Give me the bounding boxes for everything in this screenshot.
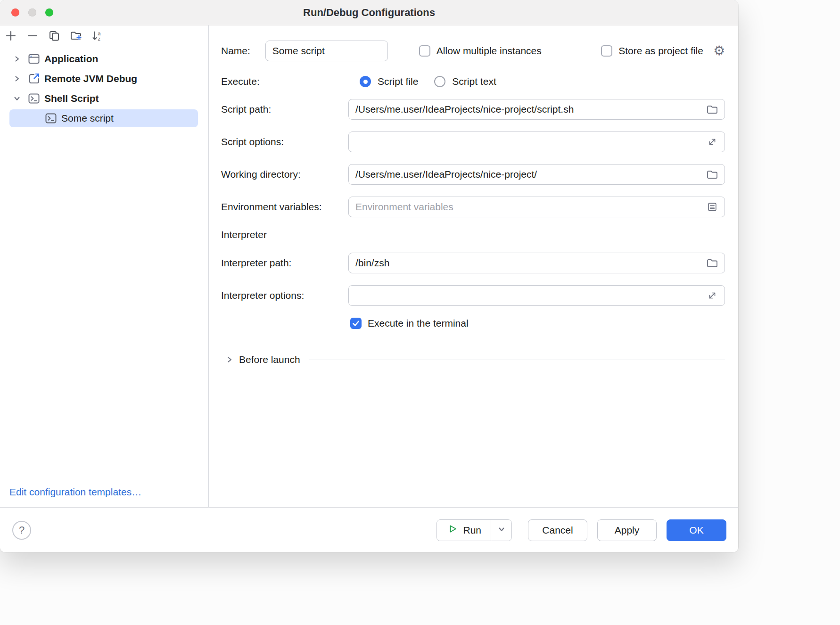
script-file-label: Script file [378,76,418,87]
tree-item-application[interactable]: Application [0,49,208,69]
script-path-input-wrap [348,99,725,120]
script-path-row: Script path: [221,99,725,120]
script-options-input[interactable] [348,132,725,152]
chevron-down-icon[interactable] [11,95,23,102]
sort-configurations-button[interactable]: az [90,28,106,44]
environment-variables-row: Environment variables: [221,197,725,217]
new-folder-button[interactable] [68,28,84,44]
dialog-footer: ? Run Cancel Apply OK [0,507,738,552]
cancel-button[interactable]: Cancel [528,519,587,541]
radio-selected-icon [360,76,371,87]
window-title: Run/Debug Configurations [303,7,435,19]
edit-configuration-templates-link[interactable]: Edit configuration templates… [9,486,208,498]
svg-text:a: a [98,30,101,36]
variables-list-icon[interactable] [706,200,719,214]
environment-variables-input[interactable] [348,197,725,217]
run-debug-configurations-dialog: Run/Debug Configurations [0,0,738,552]
copy-icon [48,30,60,43]
gear-icon[interactable]: ⚙ [713,44,725,58]
environment-variables-input-wrap [348,197,725,217]
section-divider [275,235,725,235]
script-options-label: Script options: [221,136,348,148]
copy-configuration-button[interactable] [46,28,62,44]
execute-in-terminal-label: Execute in the terminal [368,318,469,329]
run-split-button: Run [436,519,512,541]
store-as-project-file-checkbox[interactable]: Store as project file ⚙ [601,44,725,58]
execute-radio-group: Script file Script text [348,76,496,87]
interpreter-options-input[interactable] [348,285,725,306]
shell-script-icon [27,92,41,105]
application-icon [27,52,41,66]
working-directory-row: Working directory: [221,164,725,185]
titlebar[interactable]: Run/Debug Configurations [0,0,738,25]
desktop-background: Run/Debug Configurations [0,0,840,625]
allow-multiple-instances-label: Allow multiple instances [436,45,542,57]
execute-in-terminal-row: Execute in the terminal [350,318,725,329]
allow-multiple-instances-checkbox[interactable]: Allow multiple instances [419,45,542,57]
execute-in-terminal-checkbox[interactable]: Execute in the terminal [350,318,469,329]
script-options-row: Script options: [221,132,725,152]
chevron-right-icon[interactable] [11,56,23,62]
svg-text:z: z [98,36,101,41]
script-text-radio[interactable]: Script text [434,76,496,87]
section-divider [309,360,725,360]
run-button-label: Run [463,525,481,536]
interpreter-path-input[interactable] [348,253,725,273]
chevron-right-icon[interactable] [11,75,23,82]
chevron-right-icon[interactable] [224,356,235,363]
working-directory-label: Working directory: [221,169,348,180]
expand-field-icon[interactable] [706,289,719,302]
interpreter-path-input-wrap [348,253,725,273]
checkbox-unchecked-icon [419,45,430,57]
before-launch-section[interactable]: Before launch [221,354,725,365]
tree-item-remote-jvm-debug[interactable]: Remote JVM Debug [0,69,208,89]
run-options-dropdown-button[interactable] [491,520,511,541]
interpreter-options-input-wrap [348,285,725,306]
interpreter-options-row: Interpreter options: [221,285,725,306]
before-launch-label: Before launch [239,354,300,365]
play-icon [447,524,458,536]
interpreter-options-label: Interpreter options: [221,290,348,301]
expand-field-icon[interactable] [706,135,719,148]
dialog-content: az Application Remote JVM Debug [0,25,738,507]
browse-folder-icon[interactable] [706,103,719,116]
script-file-radio[interactable]: Script file [360,76,418,87]
chevron-down-icon [498,526,505,534]
script-path-input[interactable] [348,99,725,120]
run-button[interactable]: Run [437,520,491,541]
close-window-button[interactable] [11,8,19,16]
browse-folder-icon[interactable] [706,256,719,270]
ok-button[interactable]: OK [667,519,726,541]
name-label: Name: [221,45,250,57]
tree-item-label: Some script [61,113,114,124]
configurations-sidebar: az Application Remote JVM Debug [0,25,209,507]
help-button[interactable]: ? [12,521,31,540]
tree-item-label: Remote JVM Debug [44,73,137,84]
new-folder-icon [70,30,82,43]
tree-item-shell-script[interactable]: Shell Script [0,89,208,108]
tree-item-label: Shell Script [44,93,99,104]
remove-configuration-button[interactable] [25,28,41,44]
browse-folder-icon[interactable] [706,168,719,181]
configuration-form: Name: Allow multiple instances Store as … [209,25,738,507]
name-input[interactable] [265,41,388,61]
script-path-label: Script path: [221,104,348,115]
add-configuration-button[interactable] [3,28,19,44]
interpreter-section-header: Interpreter [221,229,725,240]
traffic-lights [11,0,53,25]
working-directory-input[interactable] [348,164,725,185]
checkbox-unchecked-icon [601,45,612,57]
minimize-window-button [28,8,36,16]
execute-row: Execute: Script file Script text [221,76,725,87]
tree-item-some-script[interactable]: Some script [9,109,198,127]
script-options-input-wrap [348,132,725,152]
interpreter-section-title: Interpreter [221,229,267,240]
apply-button[interactable]: Apply [597,519,657,541]
environment-variables-label: Environment variables: [221,201,348,213]
minus-icon [26,30,39,43]
plus-icon [5,30,17,43]
working-directory-input-wrap [348,164,725,185]
zoom-window-button[interactable] [45,8,53,16]
execute-label: Execute: [221,76,348,87]
tree-item-label: Application [44,53,98,65]
